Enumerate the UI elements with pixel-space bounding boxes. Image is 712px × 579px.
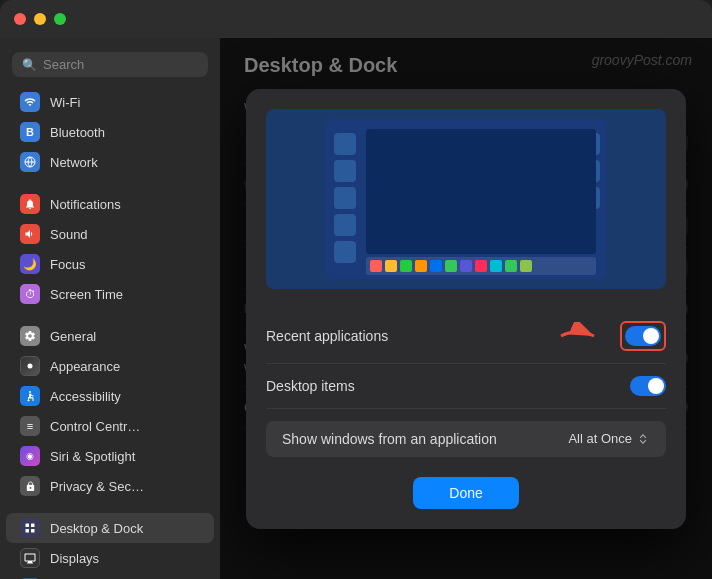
- recent-apps-toggle[interactable]: [625, 326, 661, 346]
- siri-icon: ◉: [20, 446, 40, 466]
- sidebar-item-focus[interactable]: 🌙 Focus: [6, 249, 214, 279]
- sidebar-item-label: Control Centr…: [50, 419, 140, 434]
- chevron-updown-icon: [636, 432, 650, 446]
- sidebar-item-label: Screen Time: [50, 287, 123, 302]
- displays-icon: [20, 548, 40, 568]
- done-button[interactable]: Done: [413, 477, 518, 509]
- recent-apps-label: Recent applications: [266, 328, 388, 344]
- sidebar-item-label: Network: [50, 155, 98, 170]
- sidebar-item-privacy[interactable]: Privacy & Sec…: [6, 471, 214, 501]
- sidebar-item-siri[interactable]: ◉ Siri & Spotlight: [6, 441, 214, 471]
- sidebar-item-label: Privacy & Sec…: [50, 479, 144, 494]
- sidebar: 🔍 Wi-Fi B Bluetooth Network Notification…: [0, 38, 220, 579]
- dock-item-9: [490, 260, 502, 272]
- focus-icon: 🌙: [20, 254, 40, 274]
- sidebar-item-label: Desktop & Dock: [50, 521, 143, 536]
- sidebar-item-label: General: [50, 329, 96, 344]
- recent-apps-controls: [620, 321, 666, 351]
- sidebar-item-label: Appearance: [50, 359, 120, 374]
- sidebar-item-label: Focus: [50, 257, 85, 272]
- privacy-icon: [20, 476, 40, 496]
- recent-apps-row: Recent applications: [266, 309, 666, 364]
- sidebar-item-appearance[interactable]: Appearance: [6, 351, 214, 381]
- ds-icon-1: [334, 133, 356, 155]
- arrow-icon: [556, 322, 606, 350]
- bluetooth-icon: B: [20, 122, 40, 142]
- close-button[interactable]: [14, 13, 26, 25]
- dock-item-3: [400, 260, 412, 272]
- search-input[interactable]: [43, 57, 198, 72]
- sidebar-item-label: Wi-Fi: [50, 95, 80, 110]
- sidebar-item-label: Bluetooth: [50, 125, 105, 140]
- dock-item-8: [475, 260, 487, 272]
- search-bar[interactable]: 🔍: [12, 52, 208, 77]
- svg-rect-4: [31, 524, 35, 528]
- show-windows-label: Show windows from an application: [282, 431, 497, 447]
- dock-item-1: [370, 260, 382, 272]
- desktop-items-toggle[interactable]: [630, 376, 666, 396]
- svg-rect-6: [31, 529, 35, 533]
- show-windows-value: All at Once: [568, 431, 632, 446]
- dock-item-2: [385, 260, 397, 272]
- sidebar-item-screentime[interactable]: ⏱ Screen Time: [6, 279, 214, 309]
- show-windows-row: Show windows from an application All at …: [266, 421, 666, 457]
- dock-item-4: [415, 260, 427, 272]
- screentime-icon: ⏱: [20, 284, 40, 304]
- sidebar-item-label: Siri & Spotlight: [50, 449, 135, 464]
- dock-item-6: [445, 260, 457, 272]
- sidebar-item-displays[interactable]: Displays: [6, 543, 214, 573]
- modal-dialog: Recent applications: [246, 89, 686, 529]
- minimize-button[interactable]: [34, 13, 46, 25]
- desktop-illustration: [326, 119, 606, 279]
- sidebar-item-wallpaper[interactable]: Wallpaper: [6, 573, 214, 579]
- maximize-button[interactable]: [54, 13, 66, 25]
- recent-apps-highlight: [620, 321, 666, 351]
- titlebar: [0, 0, 712, 38]
- desktop-items-label: Desktop items: [266, 378, 355, 394]
- dock-icon: [20, 518, 40, 538]
- show-windows-control: All at Once: [568, 431, 650, 446]
- network-icon: [20, 152, 40, 172]
- main-content: Desktop & Dock groovyPost.com Windows & …: [220, 38, 712, 579]
- sidebar-item-label: Sound: [50, 227, 88, 242]
- svg-rect-3: [26, 524, 30, 528]
- sidebar-item-network[interactable]: Network: [6, 147, 214, 177]
- sound-icon: [20, 224, 40, 244]
- sidebar-item-sound[interactable]: Sound: [6, 219, 214, 249]
- desktop-sidebar-icons: [334, 133, 356, 263]
- sidebar-item-general[interactable]: General: [6, 321, 214, 351]
- general-icon: [20, 326, 40, 346]
- sidebar-item-notifications[interactable]: Notifications: [6, 189, 214, 219]
- ds-icon-4: [334, 214, 356, 236]
- sidebar-item-wifi[interactable]: Wi-Fi: [6, 87, 214, 117]
- notifications-icon: [20, 194, 40, 214]
- search-icon: 🔍: [22, 58, 37, 72]
- done-container: Done: [266, 477, 666, 509]
- wifi-icon: [20, 92, 40, 112]
- ds-icon-5: [334, 241, 356, 263]
- desktop-screen: [366, 129, 596, 254]
- svg-point-2: [29, 391, 31, 393]
- modal-preview: [266, 109, 666, 289]
- sidebar-item-accessibility[interactable]: Accessibility: [6, 381, 214, 411]
- svg-point-1: [28, 364, 33, 369]
- sidebar-item-label: Notifications: [50, 197, 121, 212]
- ds-icon-2: [334, 160, 356, 182]
- ds-icon-3: [334, 187, 356, 209]
- sidebar-item-bluetooth[interactable]: B Bluetooth: [6, 117, 214, 147]
- sidebar-item-label: Accessibility: [50, 389, 121, 404]
- control-icon: ≡: [20, 416, 40, 436]
- desktop-items-row: Desktop items: [266, 364, 666, 409]
- modal-overlay: Recent applications: [220, 38, 712, 579]
- svg-rect-5: [26, 529, 30, 533]
- sidebar-item-label: Displays: [50, 551, 99, 566]
- dock-item-11: [520, 260, 532, 272]
- dock-item-10: [505, 260, 517, 272]
- sidebar-item-control[interactable]: ≡ Control Centr…: [6, 411, 214, 441]
- appearance-icon: [20, 356, 40, 376]
- accessibility-icon: [20, 386, 40, 406]
- dock-bar: [366, 257, 596, 275]
- sidebar-item-dock[interactable]: Desktop & Dock: [6, 513, 214, 543]
- dock-item-7: [460, 260, 472, 272]
- dock-item-5: [430, 260, 442, 272]
